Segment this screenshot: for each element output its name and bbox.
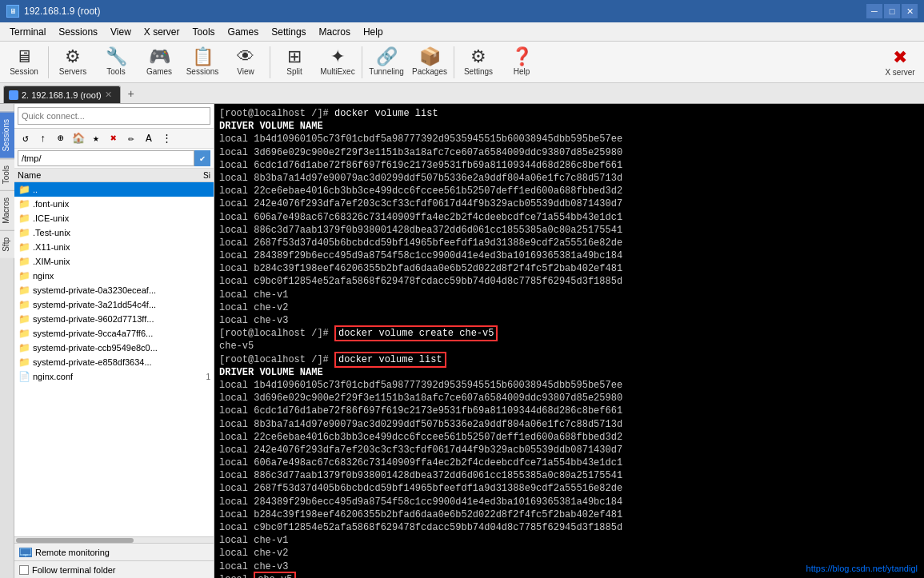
file-list-header: Name Si xyxy=(14,169,214,182)
menu-tools[interactable]: Tools xyxy=(186,22,222,41)
tool-tools[interactable]: 🔧 Tools xyxy=(95,44,137,81)
tool-settings[interactable]: ⚙ Settings xyxy=(458,44,499,81)
sidebar: ↺ ↑ ⊕ 🏠 ★ ✖ ✏ A ⋮ ✔ Name Si 📁..📁.fo xyxy=(14,104,214,578)
terminal-line: local 606a7e498ac67c68326c73140909ffa4ec… xyxy=(219,211,919,224)
side-label-macros[interactable]: Macros xyxy=(0,190,14,230)
file-icon: 📁 xyxy=(18,342,30,353)
window-controls[interactable]: ─ □ ✕ xyxy=(866,4,918,18)
games-icon: 🎮 xyxy=(149,48,170,66)
file-icon: 📁 xyxy=(18,328,30,339)
tab-close-button[interactable]: ✕ xyxy=(105,90,112,100)
side-label-sessions[interactable]: Sessions xyxy=(0,112,14,158)
file-upload-btn[interactable]: ↑ xyxy=(35,130,51,146)
tool-games[interactable]: 🎮 Games xyxy=(138,44,180,81)
minimize-button[interactable]: ─ xyxy=(866,4,882,18)
tool-split[interactable]: ⊞ Split xyxy=(274,44,315,81)
view-icon: 👁 xyxy=(237,48,254,66)
menu-settings[interactable]: Settings xyxy=(265,22,312,41)
menu-bar: Terminal Sessions View X server Tools Ga… xyxy=(0,22,924,42)
terminal-area[interactable]: [root@localhost /]# docker volume listDR… xyxy=(214,104,924,578)
side-label-sftp[interactable]: Sftp xyxy=(0,230,14,258)
menu-help[interactable]: Help xyxy=(357,22,390,41)
file-icon: 📁 xyxy=(18,198,30,209)
tool-tunneling-label: Tunneling xyxy=(369,67,404,76)
file-mkdir-btn[interactable]: ⊕ xyxy=(53,130,69,146)
sidebar-outer: Sessions Tools Macros Sftp ↺ ↑ ⊕ 🏠 ★ ✖ ✏… xyxy=(0,104,214,578)
terminal-line: local b284c39f198eef46206355b2bfad6daa0e… xyxy=(219,508,919,521)
terminal-line: local 6cdc1d76d1abe72f86f697f619c2173e95… xyxy=(219,405,919,417)
file-item[interactable]: 📁.X11-unix xyxy=(14,240,214,254)
multiexec-icon: ✦ xyxy=(330,48,345,66)
tool-servers[interactable]: ⚙ Servers xyxy=(52,44,94,81)
file-item[interactable]: 📁systemd-private-9602d7713ff... xyxy=(14,312,214,326)
terminal-line: local che-v2 xyxy=(219,301,919,314)
tool-help-label: Help xyxy=(514,67,530,76)
terminal-line: local c9bc0f12854e52afa5868f629478fcdacc… xyxy=(219,521,919,534)
follow-terminal-checkbox[interactable] xyxy=(19,565,29,575)
file-item[interactable]: 📁.. xyxy=(14,182,214,197)
tab-icon xyxy=(9,90,18,100)
menu-macros[interactable]: Macros xyxy=(313,22,357,41)
file-bookmark-btn[interactable]: ★ xyxy=(88,130,104,146)
sidebar-scrollbar[interactable] xyxy=(14,536,214,543)
file-delete-btn[interactable]: ✖ xyxy=(106,130,122,146)
terminal-line: [root@localhost /]# docker volume create… xyxy=(219,327,919,340)
tool-view[interactable]: 👁 View xyxy=(225,44,266,81)
tool-xserver[interactable]: ✖ X server xyxy=(879,47,921,77)
file-home-btn[interactable]: 🏠 xyxy=(70,130,86,146)
menu-sessions[interactable]: Sessions xyxy=(52,22,104,41)
close-button[interactable]: ✕ xyxy=(902,4,918,18)
tunneling-icon: 🔗 xyxy=(376,48,398,66)
tool-servers-label: Servers xyxy=(59,67,86,76)
monitor-icon xyxy=(19,548,32,557)
file-icon: 📁 xyxy=(18,227,30,238)
file-filter-btn[interactable]: A xyxy=(141,130,157,146)
tool-help[interactable]: ❓ Help xyxy=(501,44,542,81)
app-icon: 🖥 xyxy=(6,5,19,18)
file-rename-btn[interactable]: ✏ xyxy=(123,130,139,146)
file-icon: 📁 xyxy=(18,241,30,253)
file-name: systemd-private-ccb9549e8c0... xyxy=(33,343,186,353)
tool-session[interactable]: 🖥 Session xyxy=(3,44,45,81)
terminal-line: che-v5 xyxy=(219,340,919,353)
tool-sessions[interactable]: 📋 Sessions xyxy=(182,44,223,81)
file-item[interactable]: 📁nginx xyxy=(14,269,214,283)
file-name: systemd-private-e858df3634... xyxy=(33,357,186,367)
path-go-btn[interactable]: ✔ xyxy=(194,150,210,166)
scroll-thumb[interactable] xyxy=(16,538,134,543)
file-more-btn[interactable]: ⋮ xyxy=(158,130,174,146)
file-item[interactable]: 📁.ICE-unix xyxy=(14,211,214,225)
menu-games[interactable]: Games xyxy=(222,22,266,41)
side-label-tools[interactable]: Tools xyxy=(0,158,14,190)
quick-connect-input[interactable] xyxy=(18,107,210,125)
file-item[interactable]: 📁.Test-unix xyxy=(14,225,214,240)
file-item[interactable]: 📁systemd-private-ccb9549e8c0... xyxy=(14,341,214,355)
tool-packages[interactable]: 📦 Packages xyxy=(409,44,450,81)
file-item[interactable]: 📁.XIM-unix xyxy=(14,254,214,269)
file-item[interactable]: 📄nginx.conf1 xyxy=(14,369,214,384)
terminal-line: local 242e4076f293dfa7ef203c3cf33cfdf061… xyxy=(219,197,919,210)
file-item[interactable]: 📁.font-unix xyxy=(14,197,214,211)
terminal-line: local 886c3d77aab1379f0b938001428dbea372… xyxy=(219,224,919,237)
tool-tunneling[interactable]: 🔗 Tunneling xyxy=(366,44,407,81)
terminal-line: local 6cdc1d76d1abe72f86f697f619c2173e95… xyxy=(219,159,919,172)
file-item[interactable]: 📁systemd-private-3a21dd54c4f... xyxy=(14,297,214,312)
terminal-line: local 1b4d10960105c73f01cbdf5a98777392d9… xyxy=(219,379,919,392)
menu-view[interactable]: View xyxy=(104,22,138,41)
side-labels: Sessions Tools Macros Sftp xyxy=(0,104,14,578)
path-input[interactable] xyxy=(18,150,194,166)
terminal-line: local b284c39f198eef46206355b2bfad6daa0e… xyxy=(219,262,919,275)
file-item[interactable]: 📁systemd-private-0a3230eceaf... xyxy=(14,283,214,297)
remote-monitor-bar[interactable]: Remote monitoring xyxy=(14,543,214,560)
maximize-button[interactable]: □ xyxy=(884,4,900,18)
tool-multiexec[interactable]: ✦ MultiExec xyxy=(317,44,358,81)
follow-terminal-label: Follow terminal folder xyxy=(32,565,116,575)
terminal-line: local che-v2 xyxy=(219,547,919,560)
file-item[interactable]: 📁systemd-private-9cca4a77ff6... xyxy=(14,326,214,341)
menu-xserver[interactable]: X server xyxy=(138,22,186,41)
menu-terminal[interactable]: Terminal xyxy=(3,22,52,41)
file-item[interactable]: 📁systemd-private-e858df3634... xyxy=(14,355,214,369)
tab-item[interactable]: 2. 192.168.1.9 (root) ✕ xyxy=(3,86,121,103)
file-refresh-btn[interactable]: ↺ xyxy=(18,130,34,146)
tab-add-button[interactable]: + xyxy=(122,86,140,103)
